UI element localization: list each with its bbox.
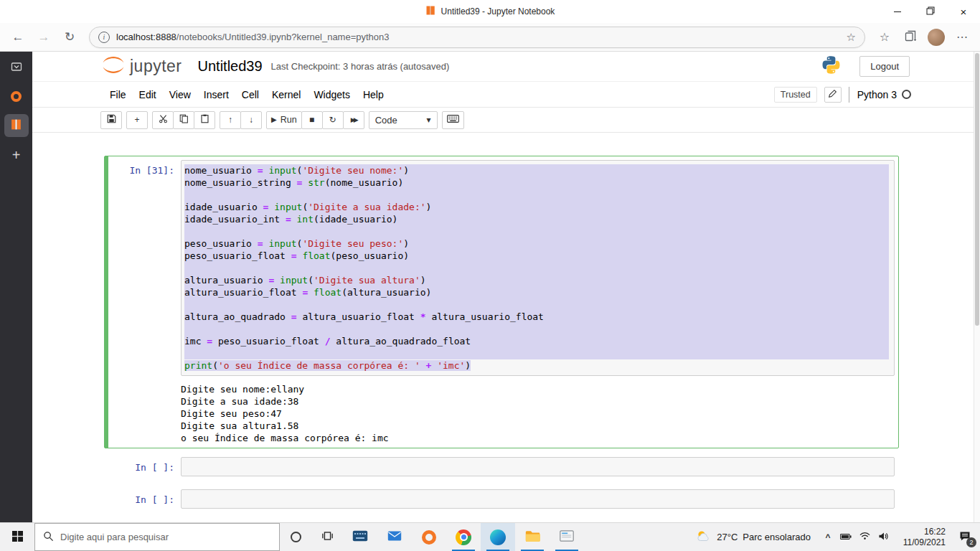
notebook-title[interactable]: Untitled39 — [198, 58, 263, 75]
taskbar-clock[interactable]: 16:22 11/09/2021 — [892, 523, 950, 551]
new-tab-button[interactable]: + — [6, 145, 27, 165]
minimize-button[interactable] — [881, 0, 914, 23]
menu-edit[interactable]: Edit — [133, 89, 163, 100]
forward-button[interactable]: → — [32, 26, 56, 49]
notebook-container: In [31]: nome_usuario = input('Digite se… — [104, 156, 899, 513]
jupyter-app[interactable] — [412, 523, 446, 551]
edit-mode-indicator — [824, 87, 842, 103]
tab-actions-button[interactable] — [6, 58, 27, 78]
browser-menu-button[interactable]: ⋯ — [950, 26, 974, 49]
chevron-up-icon: ^ — [825, 532, 830, 542]
run-button[interactable]: ▶ Run — [266, 111, 302, 129]
edge-app[interactable] — [481, 523, 515, 551]
header-right: Logout — [821, 55, 910, 77]
close-button[interactable]: × — [947, 0, 980, 23]
run-group: ▶ Run ■ ↻ ▶▶ — [266, 111, 364, 129]
menu-help[interactable]: Help — [357, 89, 390, 100]
favorites-button[interactable]: ☆ — [872, 26, 897, 49]
restart-run-all-button[interactable]: ▶▶ — [343, 111, 364, 129]
chrome-app[interactable] — [446, 523, 481, 551]
menu-file[interactable]: File — [103, 89, 133, 100]
page-scrollbar[interactable] — [974, 52, 980, 522]
cortana-icon — [291, 532, 301, 542]
empty-code-cell-1[interactable]: In [ ]: — [104, 453, 899, 481]
logout-button[interactable]: Logout — [859, 56, 910, 77]
cell-input-row: In [ ]: — [108, 457, 895, 476]
menu-kernel[interactable]: Kernel — [265, 89, 307, 100]
kernel-idle-icon — [902, 90, 911, 99]
start-button[interactable] — [0, 523, 34, 551]
back-button[interactable]: ← — [6, 26, 30, 49]
volume-status[interactable] — [874, 523, 892, 551]
window-title: Untitled39 - Jupyter Notebook — [441, 6, 555, 17]
profile-avatar — [928, 29, 945, 46]
cell-type-dropdown[interactable]: Code ▾ — [369, 111, 438, 129]
pinned-app-3[interactable] — [550, 523, 584, 551]
add-favorite-icon[interactable]: ☆ — [847, 31, 856, 44]
restore-button[interactable] — [914, 0, 947, 23]
menu-cell[interactable]: Cell — [235, 89, 265, 100]
save-button[interactable] — [100, 111, 122, 129]
task-view-button[interactable] — [311, 523, 343, 551]
code-lines: nome_usuario = input('Digite seu nome:')… — [184, 164, 889, 372]
move-cell-down-button[interactable]: ↓ — [240, 111, 262, 129]
add-cell-button[interactable]: + — [126, 111, 148, 129]
speaker-icon — [878, 532, 889, 543]
browser-content: + jupyter Untitled39 Last Checkpoint: 3 … — [0, 52, 980, 522]
jupyter-logo-text: jupyter — [130, 57, 182, 76]
show-hidden-icons-button[interactable]: ^ — [819, 523, 837, 551]
copy-cells-button[interactable] — [173, 111, 194, 129]
action-center-button[interactable]: 2 — [950, 523, 980, 551]
pinned-app-2[interactable] — [377, 523, 412, 551]
cortana-button[interactable] — [280, 523, 311, 551]
forward-icon: → — [38, 30, 50, 44]
restart-kernel-button[interactable]: ↻ — [322, 111, 344, 129]
refresh-button[interactable]: ↻ — [57, 26, 82, 49]
battery-status[interactable] — [837, 523, 855, 551]
close-icon: × — [961, 6, 967, 17]
jupyter-logo[interactable]: jupyter — [100, 55, 182, 77]
file-explorer-app[interactable] — [515, 523, 550, 551]
url-host: localhost:8888 — [116, 32, 176, 42]
fast-forward-icon: ▶▶ — [351, 117, 357, 123]
trusted-badge[interactable]: Trusted — [774, 87, 817, 103]
pinned-app-1[interactable] — [343, 523, 377, 551]
tab-item-home[interactable] — [6, 86, 27, 106]
move-group: ↑ ↓ — [220, 111, 262, 129]
code-editor[interactable] — [181, 489, 895, 509]
pinned-app-3-icon — [560, 530, 574, 544]
weather-widget[interactable]: 27°C Parc ensolarado — [687, 523, 819, 551]
weather-label: Parc ensolarado — [743, 532, 811, 542]
paste-cells-button[interactable] — [194, 111, 215, 129]
command-palette-button[interactable] — [442, 111, 464, 129]
tab-actions-icon — [11, 61, 22, 75]
arrow-down-icon: ↓ — [249, 116, 253, 124]
menu-widgets[interactable]: Widgets — [307, 89, 357, 100]
checkpoint-text: Last Checkpoint: 3 horas atrás — [271, 61, 397, 72]
chevron-down-icon: ▾ — [427, 116, 431, 124]
collections-button[interactable] — [898, 26, 923, 49]
autosave-status: (autosaved) — [400, 61, 450, 72]
code-cell-selected[interactable]: In [31]: nome_usuario = input('Digite se… — [104, 156, 899, 448]
menu-view[interactable]: View — [163, 89, 197, 100]
more-icon: ⋯ — [956, 30, 968, 44]
cut-cells-button[interactable] — [152, 111, 174, 129]
address-bar[interactable]: i localhost:8888/notebooks/Untitled39.ip… — [89, 27, 865, 48]
network-status[interactable] — [855, 523, 874, 551]
new-tab-icon: + — [12, 148, 21, 162]
taskbar-search[interactable]: Digite aqui para pesquisar — [34, 523, 280, 551]
profile-button[interactable] — [924, 26, 948, 49]
tab-item-notebook-active[interactable] — [4, 114, 29, 137]
site-info-icon[interactable]: i — [98, 32, 110, 43]
browser-toolbar: ← → ↻ i localhost:8888/notebooks/Untitle… — [0, 23, 980, 52]
scrollbar-thumb[interactable] — [975, 53, 979, 326]
paste-icon — [200, 114, 209, 126]
empty-code-cell-2[interactable]: In [ ]: — [104, 485, 899, 513]
kernel-name: Python 3 — [857, 89, 897, 100]
code-editor[interactable]: nome_usuario = input('Digite seu nome:')… — [181, 160, 895, 376]
move-cell-up-button[interactable]: ↑ — [220, 111, 241, 129]
menu-insert[interactable]: Insert — [197, 89, 235, 100]
code-editor[interactable] — [181, 457, 895, 476]
interrupt-kernel-button[interactable]: ■ — [301, 111, 323, 129]
chrome-icon — [456, 529, 471, 545]
